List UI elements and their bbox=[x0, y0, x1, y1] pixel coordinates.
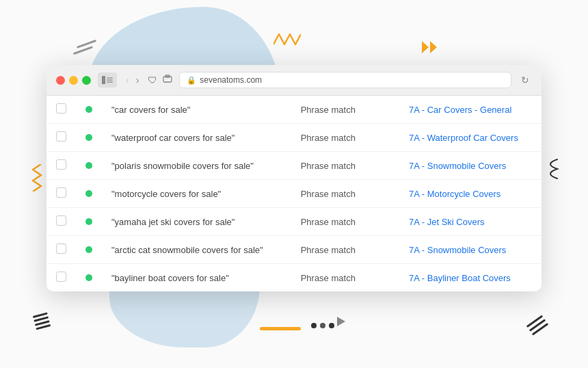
adgroup-link[interactable]: 7A - Jet Ski Covers bbox=[409, 217, 485, 227]
keyword-cell: "waterproof car covers for sale" bbox=[102, 124, 291, 152]
match-type-cell: Phrase match bbox=[291, 152, 399, 180]
traffic-light-minimize[interactable] bbox=[69, 76, 78, 85]
checkbox-cell bbox=[46, 208, 76, 236]
status-cell bbox=[76, 152, 102, 180]
deco-lines-topleft bbox=[70, 37, 99, 57]
status-cell bbox=[76, 96, 102, 124]
progress-bar bbox=[260, 327, 301, 330]
match-type-text: Phrase match bbox=[301, 273, 356, 283]
checkbox-cell bbox=[46, 96, 76, 124]
status-cell bbox=[76, 236, 102, 264]
status-cell bbox=[76, 180, 102, 208]
status-dot bbox=[85, 134, 92, 141]
nav-arrows: ‹ › bbox=[124, 73, 141, 87]
status-dot bbox=[85, 162, 92, 169]
keyword-cell: "motorcycle covers for sale" bbox=[102, 180, 291, 208]
url-text: sevenatoms.com bbox=[200, 75, 262, 85]
table-row: "yamaha jet ski covers for sale" Phrase … bbox=[46, 208, 542, 236]
deco-dots-bottom bbox=[311, 323, 334, 328]
row-checkbox[interactable] bbox=[56, 159, 66, 170]
keyword-text: "car covers for sale" bbox=[111, 105, 190, 115]
match-type-text: Phrase match bbox=[301, 105, 356, 115]
row-checkbox[interactable] bbox=[56, 215, 66, 226]
checkbox-cell bbox=[46, 264, 76, 292]
match-type-cell: Phrase match bbox=[291, 180, 399, 208]
table-container: "car covers for sale" Phrase match 7A - … bbox=[46, 96, 542, 291]
keyword-cell: "yamaha jet ski covers for sale" bbox=[102, 208, 291, 236]
keyword-cell: "bayliner boat covers for sale" bbox=[102, 264, 291, 292]
adgroup-link[interactable]: 7A - Bayliner Boat Covers bbox=[409, 273, 511, 283]
row-checkbox[interactable] bbox=[56, 131, 66, 142]
traffic-light-fullscreen[interactable] bbox=[82, 76, 91, 85]
address-bar[interactable]: 🔒 sevenatoms.com bbox=[179, 72, 511, 88]
adgroup-cell: 7A - Bayliner Boat Covers bbox=[399, 264, 542, 292]
match-type-text: Phrase match bbox=[301, 245, 356, 255]
browser-chrome: ‹ › 🛡 🔒 sevenatoms.com ↻ bbox=[46, 65, 542, 96]
status-cell bbox=[76, 124, 102, 152]
back-button[interactable]: ‹ bbox=[124, 73, 131, 87]
forward-button[interactable]: › bbox=[134, 73, 142, 87]
table-row: "bayliner boat covers for sale" Phrase m… bbox=[46, 264, 542, 292]
adgroup-cell: 7A - Snowmobile Covers bbox=[399, 236, 542, 264]
checkbox-cell bbox=[46, 180, 76, 208]
deco-play-bottom bbox=[335, 315, 347, 330]
keyword-text: "waterproof car covers for sale" bbox=[111, 133, 235, 143]
row-checkbox[interactable] bbox=[56, 244, 66, 254]
keyword-cell: "car covers for sale" bbox=[102, 96, 291, 124]
keyword-cell: "polaris snowmobile covers for sale" bbox=[102, 152, 291, 180]
checkbox-cell bbox=[46, 124, 76, 152]
match-type-text: Phrase match bbox=[301, 217, 356, 227]
svg-rect-6 bbox=[107, 81, 113, 83]
status-dot bbox=[85, 106, 92, 113]
status-cell bbox=[76, 264, 102, 292]
extension-icon bbox=[163, 75, 172, 86]
table-row: "waterproof car covers for sale" Phrase … bbox=[46, 124, 542, 152]
adgroup-cell: 7A - Jet Ski Covers bbox=[399, 208, 542, 236]
svg-marker-2 bbox=[337, 317, 345, 326]
adgroup-link[interactable]: 7A - Motorcycle Covers bbox=[409, 189, 500, 199]
row-checkbox[interactable] bbox=[56, 187, 66, 198]
adgroup-link[interactable]: 7A - Car Covers - General bbox=[409, 105, 511, 115]
adgroup-link[interactable]: 7A - Waterproof Car Covers bbox=[409, 133, 518, 143]
status-dot bbox=[85, 246, 92, 253]
svg-marker-1 bbox=[430, 41, 437, 53]
row-checkbox[interactable] bbox=[56, 103, 66, 114]
checkbox-cell bbox=[46, 236, 76, 264]
deco-zigzag-left bbox=[27, 164, 46, 195]
table-row: "polaris snowmobile covers for sale" Phr… bbox=[46, 152, 542, 180]
deco-zigzag-top bbox=[273, 31, 301, 52]
status-dot bbox=[85, 218, 92, 225]
status-dot bbox=[85, 274, 92, 281]
adgroup-cell: 7A - Car Covers - General bbox=[399, 96, 542, 124]
match-type-text: Phrase match bbox=[301, 133, 356, 143]
traffic-light-close[interactable] bbox=[56, 76, 65, 85]
row-checkbox[interactable] bbox=[56, 272, 66, 282]
keyword-text: "motorcycle covers for sale" bbox=[111, 189, 221, 199]
adgroup-cell: 7A - Snowmobile Covers bbox=[399, 152, 542, 180]
table-row: "arctic cat snowmobile covers for sale" … bbox=[46, 236, 542, 264]
match-type-cell: Phrase match bbox=[291, 96, 399, 124]
lock-icon: 🔒 bbox=[187, 76, 196, 85]
svg-rect-4 bbox=[107, 77, 113, 79]
status-dot bbox=[85, 190, 92, 197]
deco-squiggle-right bbox=[540, 157, 561, 185]
keyword-text: "polaris snowmobile covers for sale" bbox=[111, 161, 254, 171]
svg-rect-5 bbox=[107, 79, 113, 81]
svg-rect-3 bbox=[102, 76, 105, 84]
keyword-text: "bayliner boat covers for sale" bbox=[111, 273, 229, 283]
keywords-table: "car covers for sale" Phrase match 7A - … bbox=[46, 96, 542, 291]
refresh-button[interactable]: ↻ bbox=[518, 73, 532, 87]
browser-window: ‹ › 🛡 🔒 sevenatoms.com ↻ bbox=[46, 65, 542, 291]
keyword-text: "arctic cat snowmobile covers for sale" bbox=[111, 245, 263, 255]
keyword-text: "yamaha jet ski covers for sale" bbox=[111, 217, 235, 227]
table-row: "motorcycle covers for sale" Phrase matc… bbox=[46, 180, 542, 208]
sidebar-toggle-button[interactable] bbox=[98, 73, 117, 88]
match-type-cell: Phrase match bbox=[291, 236, 399, 264]
match-type-cell: Phrase match bbox=[291, 208, 399, 236]
match-type-cell: Phrase match bbox=[291, 124, 399, 152]
adgroup-cell: 7A - Motorcycle Covers bbox=[399, 180, 542, 208]
adgroup-link[interactable]: 7A - Snowmobile Covers bbox=[409, 161, 506, 171]
adgroup-link[interactable]: 7A - Snowmobile Covers bbox=[409, 245, 506, 255]
checkbox-cell bbox=[46, 152, 76, 180]
deco-play-top bbox=[422, 41, 441, 57]
